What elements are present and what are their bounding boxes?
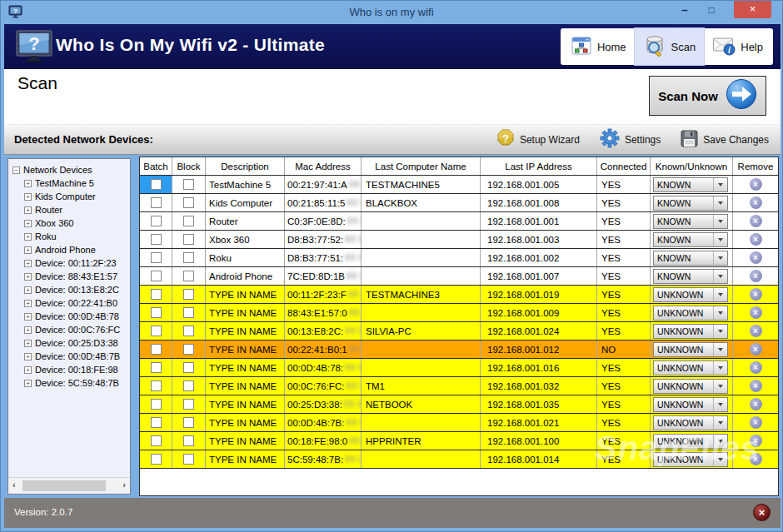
- known-unknown-dropdown[interactable]: UNKNOWN: [653, 452, 728, 467]
- known-unknown-dropdown[interactable]: KNOWN: [653, 214, 728, 229]
- expand-plus-icon[interactable]: +: [24, 206, 32, 214]
- known-unknown-dropdown[interactable]: UNKNOWN: [653, 287, 728, 302]
- block-checkbox[interactable]: [183, 435, 194, 446]
- remove-device-icon[interactable]: ×: [750, 343, 762, 355]
- block-checkbox[interactable]: [183, 216, 194, 226]
- tree-item[interactable]: +Device: 00:22:41:B0: [24, 296, 130, 310]
- batch-checkbox[interactable]: [151, 179, 162, 190]
- known-unknown-dropdown[interactable]: UNKNOWN: [653, 306, 728, 321]
- remove-device-icon[interactable]: ×: [750, 361, 762, 374]
- nav-help[interactable]: i Help: [704, 28, 771, 65]
- scan-now-button[interactable]: Scan Now: [649, 76, 766, 116]
- tree-horizontal-scrollbar[interactable]: ‹ ›: [8, 477, 130, 494]
- batch-checkbox[interactable]: [151, 435, 162, 446]
- expand-plus-icon[interactable]: +: [24, 326, 32, 334]
- block-checkbox[interactable]: [183, 399, 194, 410]
- known-unknown-dropdown[interactable]: KNOWN: [653, 177, 728, 192]
- batch-checkbox[interactable]: [151, 216, 162, 226]
- batch-checkbox[interactable]: [151, 362, 162, 373]
- save-changes-button[interactable]: Save Changes: [681, 130, 769, 150]
- batch-checkbox[interactable]: [151, 454, 162, 465]
- expand-plus-icon[interactable]: +: [24, 193, 32, 201]
- block-checkbox[interactable]: [183, 344, 194, 355]
- batch-checkbox[interactable]: [151, 289, 162, 300]
- batch-checkbox[interactable]: [151, 344, 162, 355]
- expand-plus-icon[interactable]: +: [24, 233, 32, 241]
- block-checkbox[interactable]: [183, 179, 194, 190]
- tree-item[interactable]: +Device: 00:18:FE:98: [24, 363, 130, 376]
- statusbar-close-icon[interactable]: ×: [753, 504, 771, 521]
- tree-item[interactable]: +Router: [24, 203, 130, 216]
- block-checkbox[interactable]: [183, 380, 194, 391]
- remove-device-icon[interactable]: ×: [750, 233, 762, 246]
- expand-plus-icon[interactable]: +: [24, 366, 32, 374]
- expand-plus-icon[interactable]: +: [24, 260, 32, 267]
- known-unknown-dropdown[interactable]: UNKNOWN: [653, 342, 728, 357]
- scroll-left-icon[interactable]: ‹: [12, 480, 16, 490]
- expand-plus-icon[interactable]: +: [24, 313, 32, 321]
- setup-wizard-button[interactable]: ? Setup Wizard: [496, 128, 580, 151]
- scroll-right-icon[interactable]: ›: [122, 480, 126, 490]
- nav-scan[interactable]: Scan: [635, 28, 705, 65]
- remove-device-icon[interactable]: ×: [750, 288, 762, 301]
- block-checkbox[interactable]: [183, 362, 194, 373]
- tree-item[interactable]: +Kids Computer: [24, 190, 130, 203]
- maximize-button[interactable]: □: [701, 2, 722, 19]
- minimize-button[interactable]: –: [674, 2, 696, 19]
- batch-checkbox[interactable]: [151, 380, 162, 391]
- known-unknown-dropdown[interactable]: KNOWN: [653, 196, 728, 211]
- batch-checkbox[interactable]: [151, 234, 162, 245]
- tree-item[interactable]: +Device: 00:0D:4B:7B: [24, 350, 130, 363]
- batch-checkbox[interactable]: [151, 399, 162, 410]
- known-unknown-dropdown[interactable]: UNKNOWN: [653, 434, 728, 449]
- nav-home[interactable]: Home: [562, 28, 635, 65]
- block-checkbox[interactable]: [183, 417, 194, 428]
- block-checkbox[interactable]: [183, 271, 194, 281]
- settings-button[interactable]: Settings: [600, 128, 661, 151]
- batch-checkbox[interactable]: [151, 252, 162, 263]
- remove-device-icon[interactable]: ×: [750, 380, 762, 392]
- tree-item[interactable]: +Device: 00:13:E8:2C: [24, 283, 130, 296]
- known-unknown-dropdown[interactable]: KNOWN: [653, 232, 728, 247]
- tree-item[interactable]: +TestMachine 5: [24, 177, 130, 190]
- tree-item[interactable]: +Android Phone: [24, 243, 130, 256]
- remove-device-icon[interactable]: ×: [750, 251, 762, 264]
- tree-item[interactable]: +Roku: [24, 230, 130, 243]
- batch-checkbox[interactable]: [151, 326, 162, 336]
- tree-root-network-devices[interactable]: − Network Devices: [12, 163, 130, 177]
- remove-device-icon[interactable]: ×: [750, 416, 762, 429]
- scrollbar-thumb[interactable]: [22, 480, 106, 491]
- tree-item[interactable]: +Device: 88:43:E1:57: [24, 270, 130, 283]
- known-unknown-dropdown[interactable]: UNKNOWN: [653, 397, 728, 412]
- batch-checkbox[interactable]: [151, 307, 162, 318]
- expand-plus-icon[interactable]: +: [24, 353, 32, 360]
- remove-device-icon[interactable]: ×: [750, 453, 762, 465]
- expand-plus-icon[interactable]: +: [24, 220, 32, 227]
- remove-device-icon[interactable]: ×: [750, 178, 762, 191]
- block-checkbox[interactable]: [183, 234, 194, 245]
- expand-plus-icon[interactable]: +: [24, 340, 32, 347]
- tree-item[interactable]: +Device: 00:11:2F:23: [24, 256, 130, 270]
- remove-device-icon[interactable]: ×: [750, 196, 762, 209]
- expand-plus-icon[interactable]: +: [24, 380, 32, 387]
- expand-plus-icon[interactable]: +: [24, 300, 32, 307]
- batch-checkbox[interactable]: [151, 197, 162, 208]
- block-checkbox[interactable]: [183, 289, 194, 300]
- expand-plus-icon[interactable]: +: [24, 246, 32, 254]
- expand-plus-icon[interactable]: +: [24, 286, 32, 294]
- block-checkbox[interactable]: [183, 197, 194, 208]
- tree-item[interactable]: +Device: 00:25:D3:38: [24, 336, 130, 350]
- known-unknown-dropdown[interactable]: UNKNOWN: [653, 324, 728, 339]
- tree-item[interactable]: +Device: 00:0C:76:FC: [24, 323, 130, 336]
- expand-plus-icon[interactable]: +: [24, 273, 32, 281]
- remove-device-icon[interactable]: ×: [750, 325, 762, 337]
- expand-plus-icon[interactable]: +: [24, 180, 32, 187]
- block-checkbox[interactable]: [183, 252, 194, 263]
- block-checkbox[interactable]: [183, 454, 194, 465]
- tree-item[interactable]: +Device: 00:0D:4B:78: [24, 310, 130, 323]
- remove-device-icon[interactable]: ×: [750, 270, 762, 282]
- collapse-minus-icon[interactable]: −: [12, 167, 20, 174]
- known-unknown-dropdown[interactable]: UNKNOWN: [653, 415, 728, 430]
- known-unknown-dropdown[interactable]: KNOWN: [653, 251, 728, 266]
- known-unknown-dropdown[interactable]: UNKNOWN: [653, 360, 728, 375]
